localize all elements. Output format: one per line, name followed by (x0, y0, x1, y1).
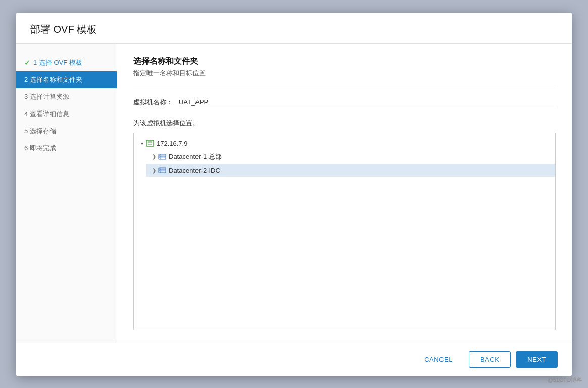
sidebar-item-step4[interactable]: 4 查看详细信息 (16, 105, 117, 123)
toggle-dc2[interactable]: ❯ (150, 168, 158, 173)
datacenter-icon-1 (158, 153, 166, 160)
datacenter-icon-2 (158, 167, 166, 174)
svg-rect-16 (161, 168, 165, 169)
svg-rect-17 (159, 170, 160, 171)
tree-node-dc2-label: Datacenter-2-IDC (169, 167, 220, 174)
toggle-dc1[interactable]: ❯ (150, 154, 158, 159)
svg-rect-9 (161, 155, 165, 156)
sidebar-item-step2[interactable]: 2 选择名称和文件夹 (16, 71, 117, 88)
vm-name-row: 虚拟机名称： (133, 96, 556, 108)
dialog-title: 部署 OVF 模板 (30, 23, 558, 36)
sidebar-item-step3[interactable]: 3 选择计算资源 (16, 88, 117, 105)
tree-node-root[interactable]: ▾ 172.16.7.9 (134, 137, 555, 150)
watermark: @51CTO博客 (548, 376, 582, 384)
next-button[interactable]: NEXT (516, 351, 558, 368)
tree-node-dc2[interactable]: ❯ Datacenter- (146, 164, 555, 177)
vm-name-input[interactable] (179, 96, 556, 108)
location-label: 为该虚拟机选择位置。 (133, 119, 556, 128)
svg-rect-0 (146, 140, 154, 146)
section-divider (133, 86, 556, 86)
sidebar: ✓ 1 选择 OVF 模板 2 选择名称和文件夹 3 选择计算资源 4 查看详细… (16, 44, 117, 343)
server-icon (146, 140, 154, 147)
tree-node-root-label: 172.16.7.9 (157, 140, 187, 147)
sidebar-item-label-step6: 6 即将完成 (24, 144, 56, 153)
svg-rect-11 (161, 157, 165, 158)
svg-rect-3 (148, 144, 150, 145)
section-subtitle: 指定唯一名称和目标位置 (133, 69, 556, 78)
sidebar-item-label-step3: 3 选择计算资源 (24, 92, 69, 101)
svg-rect-1 (148, 141, 150, 143)
sidebar-item-label-step5: 5 选择存储 (24, 127, 56, 136)
sidebar-item-label-step4: 4 查看详细信息 (24, 109, 69, 119)
check-icon: ✓ (24, 59, 30, 67)
back-button[interactable]: BACK (469, 351, 511, 368)
svg-rect-8 (159, 155, 160, 156)
dialog-body: ✓ 1 选择 OVF 模板 2 选择名称和文件夹 3 选择计算资源 4 查看详细… (16, 44, 572, 343)
sidebar-item-step6[interactable]: 6 即将完成 (16, 140, 117, 157)
svg-rect-18 (161, 170, 165, 171)
tree-node-dc1[interactable]: ❯ Datacenter- (146, 150, 555, 164)
section-title: 选择名称和文件夹 (133, 56, 556, 67)
svg-rect-2 (150, 141, 152, 143)
svg-rect-4 (150, 144, 152, 145)
sidebar-item-step1[interactable]: ✓ 1 选择 OVF 模板 (16, 54, 117, 71)
location-tree: ▾ 172.16.7.9 (133, 133, 556, 330)
sidebar-item-label-step2: 2 选择名称和文件夹 (24, 75, 82, 84)
toggle-root[interactable]: ▾ (138, 141, 146, 146)
deploy-ovf-dialog: 部署 OVF 模板 ✓ 1 选择 OVF 模板 2 选择名称和文件夹 3 选择计… (16, 13, 572, 376)
svg-rect-15 (159, 168, 160, 169)
sidebar-item-label-step1: 1 选择 OVF 模板 (33, 58, 82, 67)
main-content: 选择名称和文件夹 指定唯一名称和目标位置 虚拟机名称： 为该虚拟机选择位置。 ▾ (117, 44, 572, 343)
vm-name-label: 虚拟机名称： (133, 98, 179, 107)
cancel-button[interactable]: CANCEL (413, 352, 464, 367)
sidebar-item-step5[interactable]: 5 选择存储 (16, 123, 117, 140)
tree-children: ❯ Datacenter- (134, 150, 555, 177)
tree-node-dc1-label: Datacenter-1-总部 (169, 152, 222, 161)
dialog-header: 部署 OVF 模板 (16, 13, 572, 44)
dialog-footer: CANCEL BACK NEXT (16, 343, 572, 376)
svg-rect-10 (159, 157, 160, 158)
